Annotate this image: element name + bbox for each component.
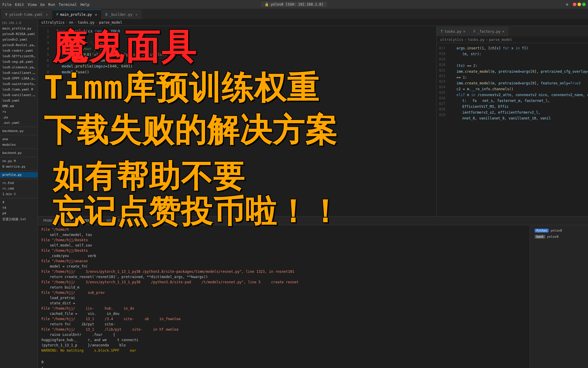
tab-close-icon[interactable]: × [95,12,97,17]
factory-tab-icon: F [473,29,475,34]
title-bar: File Edit View Go Run Terminal Help 🔒 yo… [0,0,588,9]
code-line-1: from ultralytics import YOLO [56,28,436,34]
sidebar-item-t4[interactable]: t4 [0,205,38,211]
sidebar-item-revcol[interactable]: yolov8-RevCol.yaml [0,42,38,48]
sidebar-item-rs[interactable]: rs [0,109,38,114]
sidebar-item-1bin[interactable]: 1.bin U [0,191,38,197]
sidebar-item-v2[interactable]: yolov8v2.yaml [0,37,38,42]
menu-terminal[interactable]: Terminal [59,2,77,7]
sidebar-item-redetr[interactable]: lov8-redetr.yaml [0,48,38,53]
tasks-tab-close[interactable]: × [463,29,465,34]
term-line-17: cached_file = vis. in_dou [41,311,526,316]
factory-tab-close[interactable]: × [502,29,504,34]
sidebar-item-baidu[interactable]: 百度云链接.txt [0,216,38,222]
sidebar-item-segp6[interactable]: lov8-seg-p6.yaml [0,59,38,65]
sidebar-item-vanillanet2[interactable]: lov8-vanillanet.yaml [0,92,38,98]
tab-close-icon[interactable]: × [46,12,48,17]
menu-go[interactable]: Go [40,2,45,7]
tab-yolov8-timm[interactable]: Y yolov8-timm.yaml × [1,10,52,19]
window-min-btn[interactable] [578,3,581,6]
tab-terminal[interactable]: TERMINAL [81,218,103,224]
sidebar-item-timm-modified[interactable]: lov8-timm.yaml M [0,87,38,92]
sidebar-item-rcosa[interactable]: yolov8-RCOSA.yaml [0,31,38,37]
term-line-16: File "/home/hjj/ iis- hub. in_dv [41,306,526,311]
tab-problems[interactable]: PROBLEMS [40,218,62,224]
sidebar-item-main-profile[interactable]: main_profile.py [0,26,38,31]
right-panel: T tasks.py × F _factory.py × ultralytics… [436,26,588,216]
menu-bar[interactable]: File Edit View Go Run Terminal Help [2,2,90,7]
sidebar-item-p4[interactable]: p4 [0,211,38,216]
line-num-7: 7 [38,63,49,69]
sidebar-item-backbone[interactable]: backbone.py [0,128,38,134]
connection-label: yolov8 [SSH: 192.168.1.8] [271,2,323,6]
tab-close-icon[interactable]: × [135,12,138,17]
python-session-label: yolov8 [550,229,562,232]
sidebar-item-one[interactable]: one [0,136,38,142]
bash-badge: bash [535,235,545,239]
sidebar-item-sppflska[interactable]: lov8-SPPF-LSKA.yaml [0,76,38,81]
settings-icon[interactable]: ⚙ [566,2,568,6]
sidebar-item-backend[interactable]: backend.py [0,150,38,156]
term-line-12: return build_m [41,285,526,290]
menu-file[interactable]: File [2,2,11,7]
sidebar-item-rc-end[interactable]: rc.End [0,180,38,186]
code-content-left[interactable]: from ultralytics import YOLO if __name__… [52,26,436,216]
code-editor-left[interactable]: 1 2 3 4 5 6 7 8 from ultralytics import … [38,26,436,216]
right-code-line-12: ientformerv2_s2, efficientformerv2_l, [451,110,586,116]
menu-view[interactable]: View [28,2,37,7]
code-line-4: # choose your yaml file [56,46,436,52]
sidebar-item-py[interactable]: .py [0,114,38,120]
menu-edit[interactable]: Edit [15,2,24,7]
term-line-4: self.model, self.sav [41,243,526,248]
tab-icon: Y [5,13,7,17]
sidebar-header: 192.168.1.8 [0,20,38,26]
rln-819: 819 [437,57,445,62]
right-code-content[interactable]: args.insert(1, [ch[x] for x in f]) (m, s… [448,43,588,216]
terminal-python-session[interactable]: Python yolov8 [532,228,586,234]
sidebar-item-modules[interactable]: modules [0,142,38,147]
term-line-22: huggingface_hub._ r, and we t connecti [41,337,526,343]
window-max-btn[interactable] [582,3,586,6]
rln-826: 826 [437,96,445,101]
right-code-line-7: imm.create_model(m, pretrained=args[0], … [451,81,586,86]
breadcrumb-left: ultralytics › nn › tasks.py › parse_mode… [38,19,588,26]
sidebar-item-slimneck[interactable]: lov8-slimneck.yaml [0,65,38,70]
sidebar: 192.168.1.8 main_profile.py yolov8-RCOSA… [0,19,38,368]
rln-827: 827 [437,101,445,107]
terminal-text-area[interactable]: File "/home/h self._new(model, tas File … [38,225,530,368]
right-code-area[interactable]: 817 818 819 820 821 822 823 824 825 826 … [437,43,588,216]
sidebar-item-rc-cmd[interactable]: rc.cmd [0,186,38,191]
sidebar-item-nn-modified[interactable]: nn.py M [0,158,38,164]
sidebar-item-dme[interactable]: DME.md [0,103,38,109]
tab-main-profile[interactable]: P main_profile.py × [52,10,101,19]
sidebar-item-seffhead[interactable]: lov8-SEfficientHead.yaml [0,53,38,59]
line-num-1: 1 [38,28,49,34]
sidebar-item-4[interactable]: 4 [0,199,38,205]
menu-help[interactable]: Help [80,2,90,7]
tab-label: _builder.py [109,13,132,17]
title-connection[interactable]: 🔒 yolov8 [SSH: 192.168.1.8] [261,2,327,7]
sidebar-item-lov8yaml[interactable]: lov8.yaml [0,98,38,103]
tab-tasks-py[interactable]: T tasks.py × [437,27,469,36]
term-line-13: File "/home/hjj/ sub_prev [41,290,526,295]
tab-factory-py[interactable]: F _factory.py × [469,27,508,36]
sidebar-item-swintransformer[interactable]: lov8-swintransformer.yaml [0,81,38,87]
breadcrumb-right: ultralytics › tasks.py › parse_model [437,36,588,43]
tab-output[interactable]: OUTPUT [63,218,80,224]
right-breadcrumb-2: tasks.py [468,38,485,42]
sidebar-item-vanillanet[interactable]: lov8-vanillanet.yaml [0,70,38,76]
rln-820: 820 [437,62,445,68]
tab-builder[interactable]: B _builder.py × [101,10,142,19]
breadcrumb-part-4: parse_model [99,20,122,25]
sidebar-item-metrics[interactable]: 0-metrice.py [0,164,38,169]
window-close-btn[interactable] [573,3,576,6]
terminal-bash-session[interactable]: bash yolov8 [532,234,586,240]
right-code-line-5: imm.create_model(m, pretrained=args[0], … [451,69,586,75]
menu-run[interactable]: Run [48,2,55,7]
breadcrumb-sep-3: › [96,20,98,25]
right-breadcrumb-1: ultralytics [440,38,463,42]
sidebar-item-astyaml[interactable]: .ast.yaml [0,120,38,126]
sidebar-item-profile-active[interactable]: profile.py [0,172,38,178]
term-line-5: File "/home/hjj/Deskto [41,248,526,253]
tab-debug-console[interactable]: DEBUG CONSOLE [104,218,135,224]
